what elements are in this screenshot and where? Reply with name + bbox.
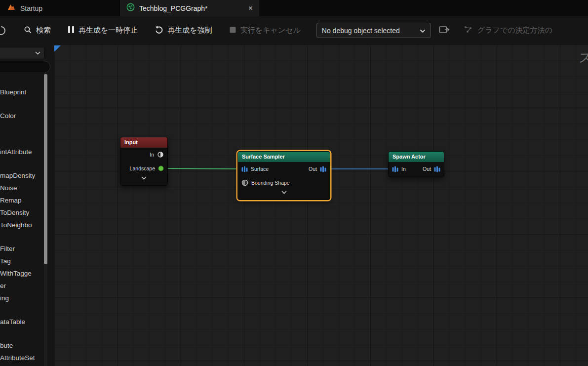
tab-pcg-graph-label: Techblog_PCGGraph* — [139, 4, 208, 12]
pin-label: Bounding Shape — [251, 180, 290, 186]
palette-item[interactable]: WithTagge — [0, 270, 32, 277]
palette-item[interactable]: Filter — [0, 245, 15, 252]
palette-filter-dropdown[interactable] — [0, 47, 44, 59]
wire-landscape-to-surface[interactable] — [168, 168, 238, 169]
pin-label: Out — [309, 166, 317, 172]
tab-startup[interactable]: Startup — [0, 0, 49, 16]
pin-label: In — [150, 152, 154, 158]
palette-item[interactable]: ToDensity — [0, 209, 29, 216]
node-input[interactable]: Input In Landscape — [120, 137, 168, 186]
pin-label: Surface — [251, 166, 269, 172]
palette-item[interactable]: intAttribute — [0, 148, 32, 156]
hierarchy-icon — [464, 25, 473, 36]
tab-startup-label: Startup — [20, 4, 42, 12]
pause-regeneration-button[interactable]: 再生成を一時停止 — [65, 22, 141, 39]
surface-pin-icon[interactable] — [241, 166, 248, 172]
pin-label: In — [401, 166, 406, 172]
in-pin-icon[interactable] — [392, 166, 398, 172]
palette-item[interactable]: ing — [0, 294, 9, 302]
palette-item[interactable]: AttributeSet — [0, 354, 35, 362]
palette-item[interactable]: ToNeighbo — [0, 221, 32, 229]
pause-label: 再生成を一時停止 — [78, 26, 138, 35]
chevron-down-icon — [35, 51, 40, 55]
palette-item[interactable]: ataTable — [0, 318, 25, 325]
search-icon — [24, 26, 32, 36]
cancel-label: 実行をキャンセル — [240, 26, 301, 35]
debug-object-dropdown[interactable]: No debug object selected — [316, 23, 431, 38]
force-label: 再生成を強制 — [167, 26, 212, 35]
node-surface-sampler[interactable]: Surface Sampler Surface Out — [237, 151, 330, 200]
pcg-graph-canvas[interactable]: ズ Input In Landscape — [54, 44, 588, 366]
bounding-shape-pin-icon[interactable] — [241, 179, 248, 186]
cancel-execution-button[interactable]: 実行をキャンセル — [226, 22, 304, 39]
node-palette-sidebar: Blueprint Color intAttribute mapDensity … — [0, 44, 54, 366]
pcg-graph-icon — [126, 3, 135, 13]
pin-label: Landscape — [130, 165, 155, 171]
palette-item[interactable]: bute — [0, 342, 13, 349]
refresh-icon — [155, 26, 163, 36]
out-pin-icon[interactable] — [320, 166, 326, 172]
node-collapse-chevron-icon[interactable] — [238, 190, 330, 200]
browse-to-debug-object-button[interactable] — [437, 23, 452, 38]
debug-object-dropdown-value: No debug object selected — [322, 27, 400, 35]
palette-item[interactable]: mapDensity — [0, 172, 35, 179]
search-label: 検索 — [36, 26, 51, 35]
sidebar-scrollbar-thumb[interactable] — [44, 74, 47, 264]
search-button[interactable]: 検索 — [21, 22, 54, 40]
clipped-toolbar-icon[interactable] — [0, 24, 7, 37]
landscape-pin-icon[interactable] — [158, 165, 164, 171]
stop-icon — [229, 26, 236, 35]
pause-icon — [68, 26, 75, 35]
node-surface-sampler-title: Surface Sampler — [238, 152, 330, 162]
palette-item[interactable]: Tag — [0, 257, 11, 265]
palette-item[interactable]: er — [0, 282, 6, 289]
palette-search-input[interactable] — [0, 61, 50, 73]
force-regeneration-button[interactable]: 再生成を強制 — [152, 22, 215, 40]
toolbar: 検索 再生成を一時停止 再生成を強制 実行をキャンセル No debug ob — [0, 16, 588, 44]
graph-determination-control[interactable]: グラフでの決定方法の — [464, 25, 552, 36]
palette-item[interactable]: Color — [0, 112, 16, 120]
tab-pcg-graph[interactable]: Techblog_PCGGraph* × — [119, 0, 259, 16]
node-input-title: Input — [120, 137, 167, 148]
startup-level-icon — [7, 3, 16, 14]
palette-item[interactable]: Remap — [0, 197, 22, 204]
node-spawn-actor-title: Spawn Actor — [389, 152, 444, 162]
browse-icon — [439, 29, 450, 36]
out-pin-icon[interactable] — [434, 166, 440, 172]
pin-label: Out — [423, 166, 431, 172]
determination-label: グラフでの決定方法の — [477, 26, 552, 35]
node-collapse-chevron-icon[interactable] — [120, 175, 167, 185]
chevron-down-icon — [420, 27, 426, 35]
palette-item[interactable]: Blueprint — [0, 88, 26, 96]
tab-bar: Startup Techblog_PCGGraph* × — [0, 0, 588, 17]
input-in-pin-icon[interactable] — [157, 151, 164, 158]
node-spawn-actor[interactable]: Spawn Actor In Out — [388, 151, 444, 177]
close-tab-icon[interactable]: × — [248, 4, 253, 12]
palette-item[interactable]: Noise — [0, 184, 17, 192]
